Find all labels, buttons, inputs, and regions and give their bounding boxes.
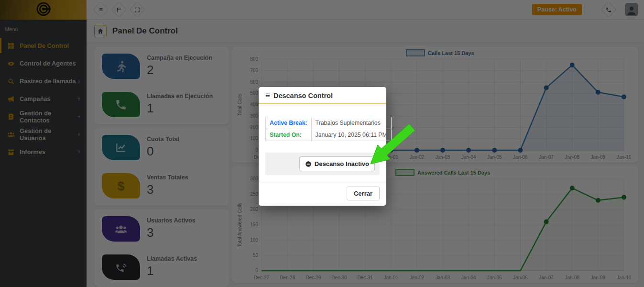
active-break-label: Active Break: xyxy=(266,117,312,129)
table-row: Started On: January 10, 2025 06:11 PM xyxy=(266,129,392,141)
break-action-strip: Descanso Inactivo xyxy=(265,153,380,175)
modal-title: Descanso Control xyxy=(273,92,333,99)
modal-footer: Cerrar xyxy=(259,181,386,206)
minus-circle-icon xyxy=(305,161,312,167)
started-on-value: January 10, 2025 06:11 PM xyxy=(311,129,391,141)
modal-body: Active Break: Trabajos Suplementarios St… xyxy=(259,104,386,175)
table-row: Active Break: Trabajos Suplementarios xyxy=(266,117,392,129)
hamburger-icon: ≡ xyxy=(265,91,270,99)
modal-header: ≡ Descanso Control xyxy=(259,87,386,104)
descanso-control-modal: ≡ Descanso Control Active Break: Trabajo… xyxy=(259,87,386,206)
descanso-inactivo-button[interactable]: Descanso Inactivo xyxy=(299,156,375,171)
active-break-value: Trabajos Suplementarios xyxy=(311,117,391,129)
started-on-label: Started On: xyxy=(266,129,312,141)
cerrar-button[interactable]: Cerrar xyxy=(347,187,380,200)
break-info-table: Active Break: Trabajos Suplementarios St… xyxy=(265,117,392,141)
